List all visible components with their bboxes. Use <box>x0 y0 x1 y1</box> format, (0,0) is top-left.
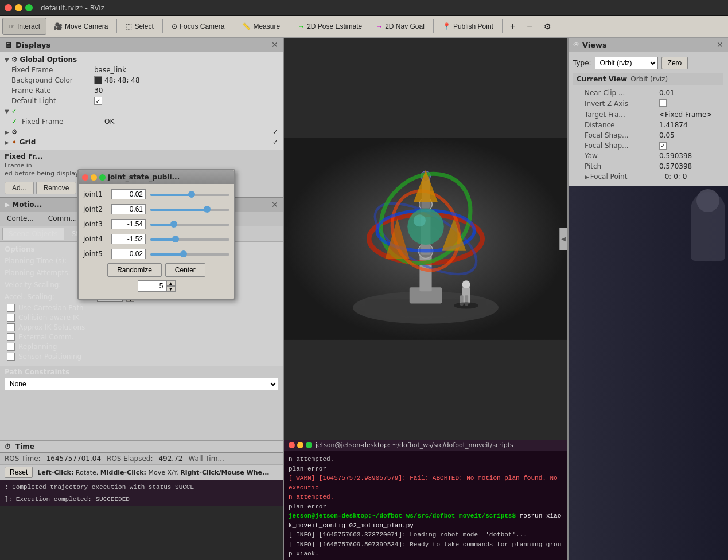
pitch-prop: Pitch 0.570398 <box>573 161 723 171</box>
joint-spinbox[interactable] <box>138 280 166 292</box>
move-camera-button[interactable]: 🎥 Move Camera <box>48 18 114 35</box>
approx-ik-checkbox[interactable] <box>7 323 15 331</box>
joint3-input[interactable] <box>111 219 146 229</box>
current-view-type: Orbit (rviz) <box>630 75 668 83</box>
term-line-7: [ INFO] [1645757609.507399534]: Ready to… <box>289 540 563 557</box>
remove-display-button[interactable]: Remove <box>36 182 77 194</box>
window-close-button[interactable] <box>5 4 12 11</box>
joint3-slider[interactable] <box>150 218 229 230</box>
joint-titlebar: joint_state_publi... <box>79 170 234 184</box>
joint-close-button[interactable] <box>82 174 88 181</box>
focal-expand-icon: ▶ <box>585 174 589 180</box>
right-terminal: jetson@jetson-desktop: ~/dofbot_ws/src/d… <box>284 440 567 560</box>
external-comm-row: External Comm. <box>5 333 278 341</box>
spinbox-down[interactable]: ▼ <box>166 286 176 292</box>
path-constraints-select[interactable]: None <box>5 378 278 390</box>
measure-button[interactable]: 📏 Measure <box>236 18 286 35</box>
select-button[interactable]: ⬚ Select <box>119 18 159 35</box>
divider-5 <box>433 19 434 33</box>
nav-goal-button[interactable]: → 2D Nav Goal <box>369 18 431 35</box>
window-maximize-button[interactable] <box>25 4 33 11</box>
window-minimize-button[interactable] <box>15 4 22 11</box>
divider-6 <box>502 19 503 33</box>
joint5-slider[interactable] <box>150 248 229 260</box>
add-button[interactable]: + <box>505 18 520 35</box>
sensor-pos-checkbox[interactable] <box>7 353 15 361</box>
target-frame-prop: Target Fra... <Fixed Frame> <box>573 109 723 120</box>
global-status-header[interactable]: ▼ ✓ <box>0 106 283 116</box>
time-icon: ⏱ <box>5 443 11 451</box>
tab-context[interactable]: Conte... <box>0 212 41 226</box>
interact-button[interactable]: ☞ Interact <box>2 18 46 35</box>
spinbox-up[interactable]: ▲ <box>166 280 176 286</box>
toolbar: ☞ Interact 🎥 Move Camera ⬚ Select ⊙ Focu… <box>0 16 728 38</box>
joint2-input[interactable] <box>111 204 146 214</box>
pose-estimate-button[interactable]: → 2D Pose Estimate <box>291 18 368 35</box>
randomize-button[interactable]: Randomize <box>107 263 162 277</box>
divider-2 <box>162 19 163 33</box>
joint5-input[interactable] <box>111 249 146 259</box>
joint4-slider[interactable] <box>150 233 229 245</box>
joint1-input[interactable] <box>111 189 146 199</box>
viewport-collapse-button[interactable]: ◀ <box>559 228 567 250</box>
add-display-button[interactable]: Ad... <box>5 182 34 194</box>
joint3-row: joint3 <box>83 218 229 230</box>
frame-rate-prop: Frame Rate 30 <box>0 85 283 96</box>
publish-point-button[interactable]: 📍 Publish Point <box>436 18 500 35</box>
svg-point-18 <box>407 209 444 245</box>
left-term-line-3: ]: Execution completed: SUCCEEDED <box>5 495 278 504</box>
replanning-row: Replanning <box>5 343 278 351</box>
ok-check-icon: ✓ <box>11 118 17 126</box>
motion-panel-close[interactable]: ✕ <box>271 200 278 209</box>
motion-icon: ✦ <box>11 138 17 146</box>
term-close-button[interactable] <box>289 442 295 448</box>
remove-button[interactable]: − <box>521 18 537 35</box>
focal-shape-1-prop: Focal Shap... 0.05 <box>573 130 723 140</box>
joint1-slider[interactable] <box>150 189 229 200</box>
divider-4 <box>289 19 289 33</box>
motion-planning-header[interactable]: ▶ ✦ Grid ✓ <box>0 137 283 147</box>
fixed-frame-section-label: Fixed Fr... <box>5 152 278 160</box>
near-clip-prop: Near Clip ... 0.01 <box>573 88 723 98</box>
person-head <box>696 189 719 212</box>
joint-title: joint_state_publi... <box>108 173 231 181</box>
displays-close-button[interactable]: ✕ <box>271 40 278 49</box>
joint2-slider[interactable] <box>150 203 229 215</box>
divider-3 <box>233 19 233 33</box>
joint-min-button[interactable] <box>91 174 97 181</box>
joint1-row: joint1 <box>83 189 229 200</box>
motion-panel-expand: ▶ <box>5 201 10 209</box>
global-options-header[interactable]: ▼ ⚙ Global Options <box>0 54 283 65</box>
center-button[interactable]: Center <box>165 263 205 277</box>
joint-max-button[interactable] <box>99 174 106 181</box>
zero-button[interactable]: Zero <box>661 57 688 69</box>
scene-objects-tab[interactable]: Scene Objects <box>2 228 64 240</box>
cursor-icon: ☞ <box>9 22 15 30</box>
grid-header[interactable]: ▶ ⚙ ✓ <box>0 127 283 137</box>
views-close-button[interactable]: ✕ <box>717 40 723 49</box>
use-cartesian-checkbox[interactable] <box>7 304 15 312</box>
time-section: ⏱ Time <box>0 440 283 453</box>
current-view-header: Current View Orbit (rviz) <box>573 73 723 85</box>
motion-panel-title: Motio... <box>12 201 42 209</box>
svg-point-24 <box>454 302 478 308</box>
3d-viewport[interactable]: ◀ <box>284 38 567 440</box>
focus-camera-button[interactable]: ⊙ Focus Camera <box>165 18 231 35</box>
focus-icon: ⊙ <box>172 22 177 30</box>
replanning-checkbox[interactable] <box>7 343 15 351</box>
ros-time-label: ROS Time: <box>5 455 41 463</box>
center-column: ◀ jetson@jetson-desktop: ~/dofbot_ws/src… <box>284 38 567 560</box>
path-constraints-label: Path Constraints <box>5 368 278 376</box>
reset-button[interactable]: Reset <box>5 467 33 478</box>
view-type-select[interactable]: Orbit (rviz) <box>595 57 658 69</box>
joint4-input[interactable] <box>111 234 146 244</box>
person-area <box>569 186 728 560</box>
expand-arrow-status: ▼ <box>5 108 9 115</box>
titlebar-buttons <box>5 4 33 11</box>
term-min-button[interactable] <box>297 442 303 448</box>
term-max-button[interactable] <box>306 442 312 448</box>
collision-ik-checkbox[interactable] <box>7 314 15 322</box>
settings-button[interactable]: ⚙ <box>539 18 556 35</box>
invert-z-prop: Invert Z Axis <box>573 98 723 109</box>
external-comm-checkbox[interactable] <box>7 333 15 341</box>
